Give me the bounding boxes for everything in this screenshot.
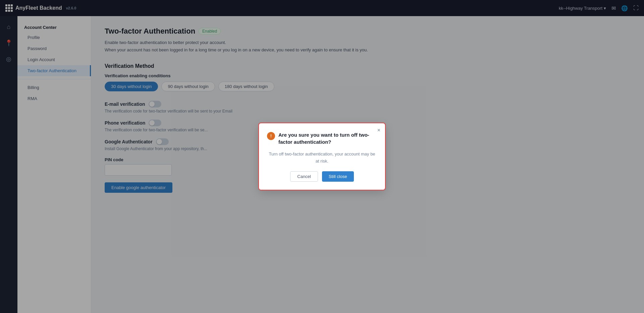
confirmation-modal: × ! Are you sure you want to turn off tw… bbox=[258, 123, 386, 191]
warning-icon: ! bbox=[267, 132, 275, 140]
modal-actions: Cancel Still close bbox=[267, 171, 377, 182]
modal-overlay: × ! Are you sure you want to turn off tw… bbox=[0, 0, 644, 313]
cancel-button[interactable]: Cancel bbox=[290, 171, 318, 182]
modal-close-button[interactable]: × bbox=[377, 127, 380, 133]
modal-title: Are you sure you want to turn off two-fa… bbox=[278, 131, 377, 145]
modal-header: ! Are you sure you want to turn off two-… bbox=[267, 131, 377, 145]
modal-body: Turn off two-factor authentication, your… bbox=[267, 151, 377, 165]
still-close-button[interactable]: Still close bbox=[322, 171, 354, 182]
